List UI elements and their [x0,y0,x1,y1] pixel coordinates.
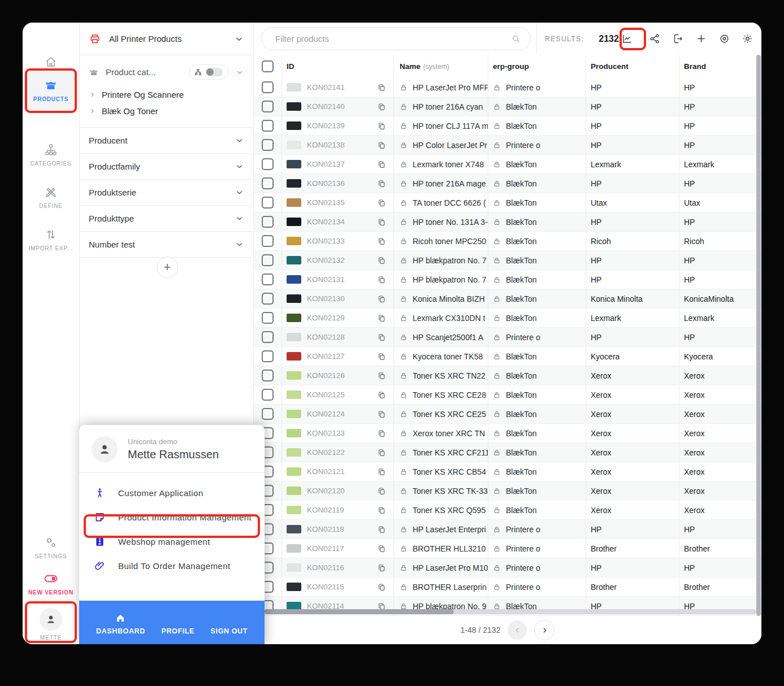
copy-icon[interactable] [377,198,386,207]
table-row[interactable]: KON02137 Lexmark toner X748 BlækTon Lexm… [254,155,761,174]
select-all-checkbox[interactable] [262,60,274,72]
row-checkbox[interactable] [262,158,274,170]
header-brand[interactable]: Brand [679,55,761,78]
add-filter-button[interactable]: + [157,257,178,278]
chart-button[interactable] [615,29,639,49]
table-row[interactable]: KON02128 HP Scanjet2500f1 A Printere o H… [254,328,761,347]
table-row[interactable]: KON02130 Konica Minolta BIZH BlækTon Kon… [254,289,761,309]
copy-icon[interactable] [377,141,386,150]
row-checkbox[interactable] [262,331,274,343]
row-checkbox[interactable] [262,389,274,401]
table-row[interactable]: KON02129 Lexmark CX310DN t BlækTon Lexma… [254,309,761,328]
header-name[interactable]: Name(system) [394,55,488,78]
copy-icon[interactable] [377,179,386,188]
table-row[interactable]: KON02124 Toner KS XRC CE25 BlækTon Xerox… [254,405,761,424]
row-checkbox[interactable] [262,312,274,324]
settings-button[interactable] [740,32,755,46]
chevron-down-icon[interactable] [235,68,244,77]
table-row[interactable]: KON02120 Toner KS XRC TK-33 BlækTon Xero… [254,481,761,501]
table-row[interactable]: KON02138 HP Color LaserJet Pr Printere o… [254,136,761,155]
row-checkbox[interactable] [262,293,274,305]
chevron-down-icon[interactable] [235,136,244,145]
table-row[interactable]: KON02126 Toner KS XRC TN22 BlækTon Xerox… [254,366,761,385]
sign-out-button[interactable]: SIGN OUT [211,613,248,635]
menu-item-webshop-management[interactable]: Webshop management [79,529,265,554]
copy-icon[interactable] [377,563,386,572]
header-producent[interactable]: Producent [586,55,679,78]
view-selector[interactable]: All Printer Products [80,23,253,55]
chevron-down-icon[interactable] [235,214,244,223]
copy-icon[interactable] [377,275,386,284]
chevron-right-icon[interactable] [89,91,96,98]
row-checkbox[interactable] [262,177,274,189]
horizontal-scrollbar[interactable] [262,609,756,614]
row-checkbox[interactable] [262,139,274,151]
filter-section[interactable]: Productfamily [80,154,253,180]
copy-icon[interactable] [377,525,386,534]
chevron-down-icon[interactable] [235,162,244,171]
row-checkbox[interactable] [262,216,274,228]
table-row[interactable]: KON02132 HP blækpatron No. 7 BlækTon HP … [254,251,761,270]
chevron-right-icon[interactable] [89,107,96,115]
toggle-off[interactable] [206,68,223,76]
table-row[interactable]: KON02118 HP LaserJet Enterpri Printere o… [254,520,761,539]
copy-icon[interactable] [377,102,386,111]
row-checkbox[interactable] [262,235,274,247]
copy-icon[interactable] [377,544,386,553]
table-row[interactable]: KON02116 HP LaserJet Pro M10 Printere o … [254,558,761,578]
filter-section[interactable]: Number test [80,232,253,258]
table-row[interactable]: KON02131 HP blækpatron No. 7 BlækTon HP … [254,270,761,289]
copy-icon[interactable] [377,429,386,438]
copy-icon[interactable] [377,160,386,169]
dashboard-button[interactable]: DASHBOARD [96,613,145,635]
row-checkbox[interactable] [262,197,274,209]
copy-icon[interactable] [377,121,386,131]
copy-icon[interactable] [377,390,386,400]
table-row[interactable]: KON02141 HP LaserJet Pro MFP Printere o … [254,78,761,97]
hierarchy-toggle[interactable] [189,64,228,80]
profile-button[interactable]: PROFILE [161,613,194,635]
copy-icon[interactable] [377,237,386,246]
copy-icon[interactable] [377,448,386,457]
table-row[interactable]: KON02140 HP toner 216A cyan BlækTon HP H… [254,97,761,116]
table-row[interactable]: KON02122 Toner KS XRC CF211 BlækTon Xero… [254,443,761,462]
sidebar-item-user-mette[interactable]: METTE [23,608,79,641]
header-select-all[interactable] [254,55,282,78]
menu-item-customer-application[interactable]: Customer Application [79,481,265,505]
copy-icon[interactable] [377,314,386,323]
chevron-down-icon[interactable] [235,188,244,197]
row-checkbox[interactable] [262,273,274,285]
copy-icon[interactable] [377,487,386,496]
search-input[interactable] [274,33,511,44]
search-box[interactable] [261,27,531,50]
table-row[interactable]: KON02121 Toner KS XRC CB54 BlækTon Xerox… [254,462,761,481]
menu-item-product-information-management[interactable]: Product Information Management [79,505,265,529]
category-tree-item[interactable]: Blæk Og Toner [80,103,253,119]
add-button[interactable] [694,32,708,46]
table-row[interactable]: KON02115 BROTHER Laserprin Printere o Br… [254,578,761,597]
copy-icon[interactable] [377,467,386,476]
header-id[interactable]: ID [282,55,394,78]
share-button[interactable] [647,32,662,46]
vertical-scrollbar[interactable] [756,55,761,616]
table-row[interactable]: KON02127 Kyocera toner TK58 BlækTon Kyoc… [254,347,761,366]
row-checkbox[interactable] [262,370,274,381]
header-erp-group[interactable]: erp-group [488,55,586,78]
table-row[interactable]: KON02133 Ricoh toner MPC250 BlækTon Rico… [254,232,761,251]
sidebar-item-settings[interactable]: SETTINGS [23,536,79,559]
filter-section[interactable]: Producent [80,128,253,154]
table-row[interactable]: KON02119 Toner KS XRC Q595 BlækTon Xerox… [254,501,761,520]
copy-icon[interactable] [377,410,386,419]
copy-icon[interactable] [377,371,386,380]
previous-page-button[interactable] [508,620,527,640]
table-row[interactable]: KON02139 HP toner CLJ 117A m BlækTon HP … [254,116,761,136]
sidebar-item-products[interactable]: PRODUCTS [23,71,79,109]
table-row[interactable]: KON02134 HP toner No. 131A 3- BlækTon HP… [254,212,761,232]
row-checkbox[interactable] [262,120,274,132]
copy-icon[interactable] [377,506,386,515]
row-checkbox[interactable] [262,81,274,93]
chevron-down-icon[interactable] [234,34,244,44]
row-checkbox[interactable] [262,350,274,362]
category-tree-item[interactable]: Printere Og Scannere [80,86,253,103]
next-page-button[interactable] [534,620,555,640]
